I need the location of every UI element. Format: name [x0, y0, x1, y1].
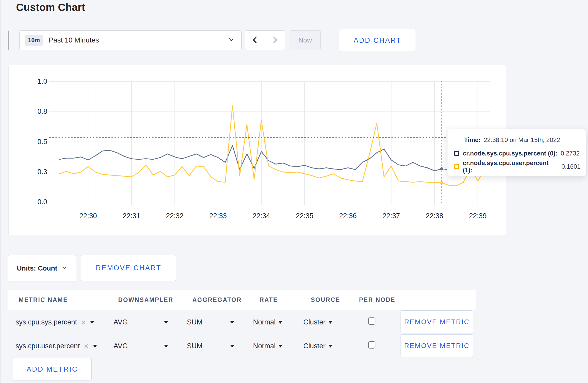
downsampler-value: AVG: [114, 318, 128, 326]
x-tick-label: 22:39: [466, 212, 489, 220]
caret-down-icon: [328, 345, 333, 347]
caret-down-icon[interactable]: [230, 310, 234, 334]
y-tick-label: 0.5: [16, 138, 47, 146]
downsampler-select[interactable]: AVG: [114, 334, 128, 358]
clear-metric-icon[interactable]: ×: [84, 342, 89, 350]
caret-down-icon: [328, 321, 333, 324]
chart-tooltip: Time: 22:38:10 on Mar 15th, 2022 cr.node…: [447, 129, 586, 176]
per-node-checkbox[interactable]: [368, 317, 375, 325]
col-aggregator: AGGREGATOR: [192, 290, 242, 310]
caret-down-icon: [278, 321, 283, 324]
metrics-table-header: METRIC NAME DOWNSAMPLER AGGREGATOR RATE …: [8, 290, 476, 310]
chevron-left-icon: [251, 36, 259, 45]
x-tick-label: 22:32: [163, 212, 186, 220]
y-tick-label: 0.0: [16, 198, 47, 206]
tooltip-series-name: cr.node.sys.cpu.sys.percent (0):: [463, 150, 557, 157]
aggregator-value: SUM: [187, 318, 202, 326]
remove-chart-button[interactable]: REMOVE CHART: [81, 255, 176, 281]
next-interval-button[interactable]: [265, 31, 285, 50]
x-tick-label: 22:34: [250, 212, 273, 220]
caret-down-icon: [278, 345, 283, 347]
x-tick-label: 22:36: [336, 212, 360, 220]
caret-down-icon: [90, 321, 94, 324]
chevron-down-icon: [61, 265, 67, 272]
tooltip-series-row: cr.node.sys.cpu.user.percent (1): 0.1601: [454, 162, 580, 171]
add-metric-button[interactable]: ADD METRIC: [13, 358, 92, 380]
col-rate: RATE: [260, 290, 278, 310]
x-tick-label: 22:30: [76, 212, 100, 220]
downsampler-select[interactable]: AVG: [114, 310, 128, 334]
window-edge: [0, 0, 1, 383]
units-select[interactable]: Units: Count: [8, 255, 76, 281]
chart-plot[interactable]: [49, 79, 490, 207]
metric-name-value: sys.cpu.user.percent: [16, 342, 80, 350]
source-select[interactable]: Cluster: [303, 334, 333, 358]
x-tick-label: 22:35: [293, 212, 316, 220]
metric-name-select[interactable]: sys.cpu.user.percent ×: [16, 334, 97, 358]
rate-value: Normal: [253, 342, 276, 350]
y-tick-label: 0.3: [16, 168, 47, 176]
col-metric-name: METRIC NAME: [19, 290, 68, 310]
chevron-down-icon: [228, 36, 235, 44]
source-value: Cluster: [303, 318, 326, 326]
prev-interval-button[interactable]: [245, 31, 265, 50]
tooltip-time-label: Time:: [464, 136, 481, 144]
add-chart-button[interactable]: ADD CHART: [339, 29, 416, 52]
aggregator-value: SUM: [187, 342, 202, 350]
x-tick-label: 22:31: [120, 212, 143, 220]
remove-metric-button[interactable]: REMOVE METRIC: [401, 334, 473, 357]
tooltip-time-row: Time: 22:38:10 on Mar 15th, 2022: [454, 136, 580, 144]
col-downsampler: DOWNSAMPLER: [118, 290, 173, 310]
rate-value: Normal: [253, 318, 276, 326]
tooltip-series-row: cr.node.sys.cpu.sys.percent (0): 0.2732: [454, 149, 580, 158]
tooltip-series-value: 0.1601: [562, 163, 580, 170]
per-node-checkbox[interactable]: [368, 341, 375, 349]
section-divider: [8, 31, 9, 50]
x-tick-label: 22:38: [423, 212, 446, 220]
source-value: Cluster: [303, 342, 326, 350]
metric-row: sys.cpu.user.percent × AVG SUM Normal Cl…: [8, 334, 476, 358]
clear-metric-icon[interactable]: ×: [81, 318, 86, 326]
metric-row: sys.cpu.sys.percent × AVG SUM Normal Clu…: [8, 310, 476, 334]
now-button[interactable]: Now: [290, 30, 321, 50]
aggregator-select[interactable]: SUM: [187, 334, 202, 358]
caret-down-icon[interactable]: [230, 334, 234, 358]
chevron-right-icon: [271, 36, 279, 45]
col-per-node: PER NODE: [359, 290, 395, 310]
tooltip-series-name: cr.node.sys.cpu.user.percent (1):: [463, 159, 558, 174]
metric-name-select[interactable]: sys.cpu.sys.percent ×: [16, 310, 94, 334]
time-range-label: Past 10 Minutes: [49, 36, 99, 44]
rate-select[interactable]: Normal: [253, 334, 283, 358]
metric-name-value: sys.cpu.sys.percent: [16, 318, 77, 326]
page-title: Custom Chart: [16, 2, 85, 13]
time-range-select[interactable]: 10m Past 10 Minutes: [19, 30, 242, 50]
downsampler-value: AVG: [114, 342, 128, 350]
caret-down-icon[interactable]: [164, 310, 168, 334]
series-user-swatch-icon: [454, 164, 459, 169]
x-tick-label: 22:37: [380, 212, 403, 220]
tooltip-series-value: 0.2732: [561, 150, 579, 157]
time-pager: [245, 30, 285, 50]
y-tick-label: 0.8: [16, 108, 47, 116]
col-source: SOURCE: [311, 290, 340, 310]
y-tick-label: 1.0: [16, 77, 47, 86]
x-tick-label: 22:33: [206, 212, 230, 220]
tooltip-time-value: 22:38:10 on Mar 15th, 2022: [484, 136, 560, 144]
series-sys-swatch-icon: [454, 151, 459, 156]
source-select[interactable]: Cluster: [303, 310, 333, 334]
rate-select[interactable]: Normal: [253, 310, 283, 334]
caret-down-icon[interactable]: [164, 334, 168, 358]
time-range-badge: 10m: [25, 35, 43, 46]
aggregator-select[interactable]: SUM: [187, 310, 202, 334]
units-label: Units: Count: [17, 264, 57, 272]
caret-down-icon: [93, 345, 97, 347]
remove-metric-button[interactable]: REMOVE METRIC: [401, 310, 473, 333]
